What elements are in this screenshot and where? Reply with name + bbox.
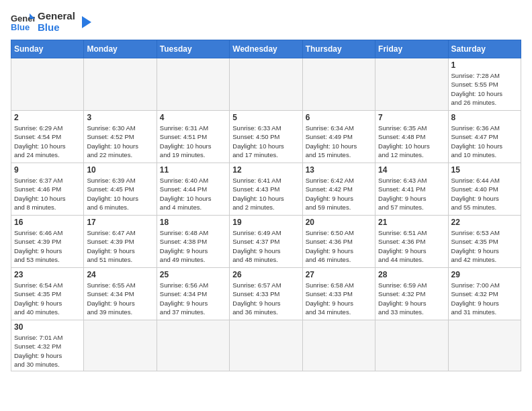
calendar-cell: 25Sunrise: 6:56 AM Sunset: 4:34 PM Dayli… [157,268,229,320]
day-info: Sunrise: 6:55 AM Sunset: 4:34 PM Dayligh… [87,281,153,316]
calendar-cell: 1Sunrise: 7:28 AM Sunset: 5:55 PM Daylig… [448,58,521,111]
day-info: Sunrise: 7:00 AM Sunset: 4:32 PM Dayligh… [451,281,518,316]
calendar-cell: 26Sunrise: 6:57 AM Sunset: 4:33 PM Dayli… [230,268,302,320]
calendar-cell: 10Sunrise: 6:39 AM Sunset: 4:45 PM Dayli… [84,163,157,216]
calendar-cell: 12Sunrise: 6:41 AM Sunset: 4:43 PM Dayli… [230,163,302,216]
weekday-header-row: SundayMondayTuesdayWednesdayThursdayFrid… [11,40,521,58]
svg-marker-3 [82,16,91,28]
calendar-cell [448,320,521,371]
weekday-tuesday: Tuesday [157,40,229,58]
day-info: Sunrise: 6:34 AM Sunset: 4:49 PM Dayligh… [306,124,372,159]
day-number: 16 [14,218,81,227]
calendar-cell [230,320,302,371]
day-info: Sunrise: 6:43 AM Sunset: 4:41 PM Dayligh… [378,176,445,212]
weekday-monday: Monday [84,40,157,58]
week-row-6: 30Sunrise: 7:01 AM Sunset: 4:32 PM Dayli… [11,320,521,371]
calendar-cell [302,58,375,111]
day-info: Sunrise: 6:54 AM Sunset: 4:35 PM Dayligh… [14,281,81,316]
logo-triangle-icon [78,15,93,30]
calendar-cell: 7Sunrise: 6:35 AM Sunset: 4:48 PM Daylig… [375,111,448,163]
week-row-3: 9Sunrise: 6:37 AM Sunset: 4:46 PM Daylig… [11,163,521,216]
calendar-cell [230,58,302,111]
logo: General Blue General Blue [11,11,93,33]
day-number: 14 [378,165,445,175]
day-info: Sunrise: 6:30 AM Sunset: 4:52 PM Dayligh… [87,124,153,159]
calendar-cell: 5Sunrise: 6:33 AM Sunset: 4:50 PM Daylig… [230,111,302,163]
week-row-1: 1Sunrise: 7:28 AM Sunset: 5:55 PM Daylig… [11,58,521,111]
calendar-cell: 18Sunrise: 6:48 AM Sunset: 4:38 PM Dayli… [157,216,229,268]
day-number: 19 [232,218,299,227]
day-info: Sunrise: 6:37 AM Sunset: 4:46 PM Dayligh… [14,176,81,212]
calendar-cell: 6Sunrise: 6:34 AM Sunset: 4:49 PM Daylig… [302,111,375,163]
calendar-cell [84,58,157,111]
day-info: Sunrise: 6:29 AM Sunset: 4:54 PM Dayligh… [14,124,81,159]
calendar-cell: 22Sunrise: 6:53 AM Sunset: 4:35 PM Dayli… [448,216,521,268]
day-info: Sunrise: 6:40 AM Sunset: 4:44 PM Dayligh… [160,176,226,212]
day-info: Sunrise: 6:47 AM Sunset: 4:39 PM Dayligh… [87,228,153,264]
day-number: 26 [232,270,299,279]
week-row-5: 23Sunrise: 6:54 AM Sunset: 4:35 PM Dayli… [11,268,521,320]
calendar-cell [157,58,229,111]
logo-general: General [38,11,75,22]
calendar-cell: 30Sunrise: 7:01 AM Sunset: 4:32 PM Dayli… [11,320,84,371]
day-info: Sunrise: 6:33 AM Sunset: 4:50 PM Dayligh… [232,124,299,159]
calendar-cell [11,58,84,111]
day-number: 6 [306,113,372,122]
day-number: 10 [87,165,153,175]
day-info: Sunrise: 6:31 AM Sunset: 4:51 PM Dayligh… [160,124,226,159]
calendar-cell: 14Sunrise: 6:43 AM Sunset: 4:41 PM Dayli… [375,163,448,216]
calendar-cell: 11Sunrise: 6:40 AM Sunset: 4:44 PM Dayli… [157,163,229,216]
day-info: Sunrise: 6:57 AM Sunset: 4:33 PM Dayligh… [232,281,299,316]
week-row-2: 2Sunrise: 6:29 AM Sunset: 4:54 PM Daylig… [11,111,521,163]
day-number: 30 [14,322,81,332]
day-number: 20 [306,218,372,227]
day-info: Sunrise: 7:28 AM Sunset: 5:55 PM Dayligh… [451,71,518,107]
day-info: Sunrise: 6:53 AM Sunset: 4:35 PM Dayligh… [451,228,518,264]
calendar-cell: 23Sunrise: 6:54 AM Sunset: 4:35 PM Dayli… [11,268,84,320]
day-number: 21 [378,218,445,227]
calendar-cell: 13Sunrise: 6:42 AM Sunset: 4:42 PM Dayli… [302,163,375,216]
logo-icon: General Blue [11,12,35,32]
day-number: 13 [306,165,372,175]
calendar-cell: 20Sunrise: 6:50 AM Sunset: 4:36 PM Dayli… [302,216,375,268]
day-number: 9 [14,165,81,175]
calendar-cell: 8Sunrise: 6:36 AM Sunset: 4:47 PM Daylig… [448,111,521,163]
weekday-thursday: Thursday [302,40,375,58]
day-number: 17 [87,218,153,227]
calendar-cell [84,320,157,371]
day-number: 28 [378,270,445,279]
day-number: 3 [87,113,153,122]
calendar-cell [375,58,448,111]
day-info: Sunrise: 6:48 AM Sunset: 4:38 PM Dayligh… [160,228,226,264]
day-info: Sunrise: 6:49 AM Sunset: 4:37 PM Dayligh… [232,228,299,264]
calendar-cell: 9Sunrise: 6:37 AM Sunset: 4:46 PM Daylig… [11,163,84,216]
calendar-cell: 27Sunrise: 6:58 AM Sunset: 4:33 PM Dayli… [302,268,375,320]
calendar: SundayMondayTuesdayWednesdayThursdayFrid… [11,40,521,371]
day-number: 29 [451,270,518,279]
week-row-4: 16Sunrise: 6:46 AM Sunset: 4:39 PM Dayli… [11,216,521,268]
day-info: Sunrise: 6:39 AM Sunset: 4:45 PM Dayligh… [87,176,153,212]
day-info: Sunrise: 6:35 AM Sunset: 4:48 PM Dayligh… [378,124,445,159]
calendar-cell: 28Sunrise: 6:59 AM Sunset: 4:32 PM Dayli… [375,268,448,320]
day-info: Sunrise: 6:44 AM Sunset: 4:40 PM Dayligh… [451,176,518,212]
weekday-sunday: Sunday [11,40,84,58]
calendar-cell [157,320,229,371]
calendar-cell: 2Sunrise: 6:29 AM Sunset: 4:54 PM Daylig… [11,111,84,163]
day-info: Sunrise: 6:50 AM Sunset: 4:36 PM Dayligh… [306,228,372,264]
day-number: 2 [14,113,81,122]
day-info: Sunrise: 6:51 AM Sunset: 4:36 PM Dayligh… [378,228,445,264]
calendar-cell: 3Sunrise: 6:30 AM Sunset: 4:52 PM Daylig… [84,111,157,163]
day-number: 5 [232,113,299,122]
weekday-friday: Friday [375,40,448,58]
day-number: 15 [451,165,518,175]
day-info: Sunrise: 6:42 AM Sunset: 4:42 PM Dayligh… [306,176,372,212]
day-number: 27 [306,270,372,279]
header: General Blue General Blue [11,11,521,33]
calendar-cell: 16Sunrise: 6:46 AM Sunset: 4:39 PM Dayli… [11,216,84,268]
svg-text:Blue: Blue [11,22,30,32]
day-info: Sunrise: 6:59 AM Sunset: 4:32 PM Dayligh… [378,281,445,316]
day-number: 22 [451,218,518,227]
day-info: Sunrise: 6:58 AM Sunset: 4:33 PM Dayligh… [306,281,372,316]
calendar-cell: 21Sunrise: 6:51 AM Sunset: 4:36 PM Dayli… [375,216,448,268]
day-info: Sunrise: 6:46 AM Sunset: 4:39 PM Dayligh… [14,228,81,264]
